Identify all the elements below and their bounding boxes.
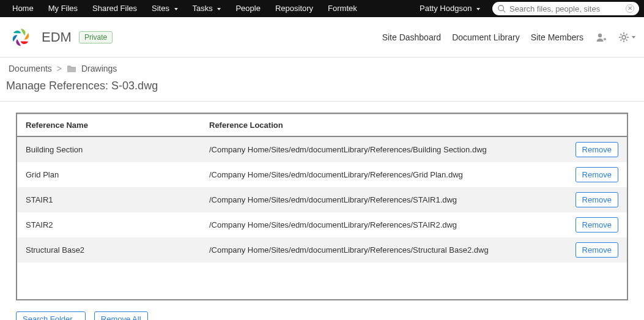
link-site-dashboard[interactable]: Site Dashboard [382, 32, 442, 42]
search-icon [497, 4, 506, 13]
nav-label: Shared Files [92, 4, 137, 13]
chevron-down-icon [174, 8, 178, 10]
remove-button[interactable]: Remove [576, 192, 618, 207]
ref-location: /Company Home/Sites/edm/documentLibrary/… [201, 187, 567, 212]
svg-point-5 [622, 35, 626, 39]
nav-label: Repository [275, 4, 313, 13]
top-nav-items: Home My Files Shared Files Sites Tasks P… [5, 0, 365, 17]
remove-button[interactable]: Remove [576, 217, 618, 233]
remove-button[interactable]: Remove [576, 167, 618, 182]
gear-icon [618, 31, 630, 43]
svg-line-13 [620, 39, 621, 40]
site-logo-icon [9, 25, 33, 50]
svg-line-10 [620, 34, 621, 35]
breadcrumb: Documents > Drawings [0, 58, 644, 76]
link-site-members[interactable]: Site Members [531, 32, 583, 42]
nav-label: Home [12, 4, 34, 13]
search-box: ✕ [492, 2, 639, 15]
nav-sites[interactable]: Sites [144, 0, 185, 17]
references-table-wrapper: Reference Name Reference Location Buildi… [16, 113, 628, 300]
link-document-library[interactable]: Document Library [452, 32, 520, 42]
nav-home[interactable]: Home [5, 0, 41, 17]
table-row: Building Section /Company Home/Sites/edm… [17, 136, 627, 162]
table-row: Structural Base2 /Company Home/Sites/edm… [17, 237, 627, 262]
visibility-badge: Private [79, 31, 113, 43]
nav-label: My Files [48, 4, 78, 13]
svg-point-0 [498, 6, 504, 11]
table-row: Grid Plan /Company Home/Sites/edm/docume… [17, 162, 627, 187]
nav-formtek[interactable]: Formtek [320, 0, 365, 17]
chevron-down-icon [217, 8, 221, 10]
breadcrumb-folder[interactable]: Drawings [81, 64, 117, 73]
site-header: EDM Private Site Dashboard Document Libr… [0, 17, 644, 58]
nav-shared-files[interactable]: Shared Files [85, 0, 144, 17]
breadcrumb-root[interactable]: Documents [9, 64, 52, 73]
add-user-button[interactable] [594, 31, 607, 43]
nav-tasks[interactable]: Tasks [185, 0, 229, 17]
remove-button[interactable]: Remove [576, 142, 618, 157]
ref-location: /Company Home/Sites/edm/documentLibrary/… [201, 237, 567, 262]
references-table: Reference Name Reference Location Buildi… [17, 114, 627, 262]
svg-line-1 [503, 10, 506, 13]
references-panel: Reference Name Reference Location Buildi… [0, 102, 644, 320]
table-row: STAIR2 /Company Home/Sites/edm/documentL… [17, 212, 627, 237]
search-input[interactable] [506, 4, 626, 13]
ref-name: STAIR2 [17, 212, 201, 237]
ref-location: /Company Home/Sites/edm/documentLibrary/… [201, 162, 567, 187]
remove-button[interactable]: Remove [576, 242, 618, 258]
ref-name: Grid Plan [17, 162, 201, 187]
remove-all-button[interactable]: Remove All [94, 311, 148, 320]
svg-point-2 [598, 33, 602, 37]
top-nav: Home My Files Shared Files Sites Tasks P… [0, 0, 644, 17]
nav-repository[interactable]: Repository [268, 0, 320, 17]
ref-name: Structural Base2 [17, 237, 201, 262]
svg-line-11 [626, 39, 627, 40]
site-name: EDM [42, 29, 72, 45]
settings-button[interactable] [618, 31, 635, 43]
page-title: Manage References: S-03.dwg [0, 76, 644, 102]
ref-location: /Company Home/Sites/edm/documentLibrary/… [201, 136, 567, 162]
chevron-down-icon [476, 8, 480, 10]
user-menu[interactable]: Patty Hodgson [412, 0, 487, 17]
col-header-name: Reference Name [17, 114, 201, 137]
col-header-action [567, 114, 627, 137]
user-plus-icon [594, 31, 607, 43]
ref-location: /Company Home/Sites/edm/documentLibrary/… [201, 212, 567, 237]
folder-icon [67, 64, 76, 73]
site-links: Site Dashboard Document Library Site Mem… [382, 31, 635, 43]
clear-search-icon[interactable]: ✕ [626, 4, 634, 13]
user-name: Patty Hodgson [420, 4, 472, 13]
nav-label: Tasks [193, 4, 213, 13]
nav-label: Formtek [328, 4, 357, 13]
ref-name: Building Section [17, 136, 201, 162]
svg-line-12 [626, 34, 627, 35]
col-header-location: Reference Location [201, 114, 567, 137]
table-row: STAIR1 /Company Home/Sites/edm/documentL… [17, 187, 627, 212]
chevron-down-icon [632, 36, 635, 39]
ref-name: STAIR1 [17, 187, 201, 212]
search-folder-button[interactable]: Search Folder... [16, 311, 86, 320]
panel-actions: Search Folder... Remove All [16, 311, 628, 320]
nav-label: Sites [152, 4, 169, 13]
nav-my-files[interactable]: My Files [41, 0, 85, 17]
breadcrumb-sep: > [57, 64, 62, 73]
table-empty-space [17, 262, 627, 299]
nav-people[interactable]: People [228, 0, 267, 17]
nav-label: People [235, 4, 260, 13]
